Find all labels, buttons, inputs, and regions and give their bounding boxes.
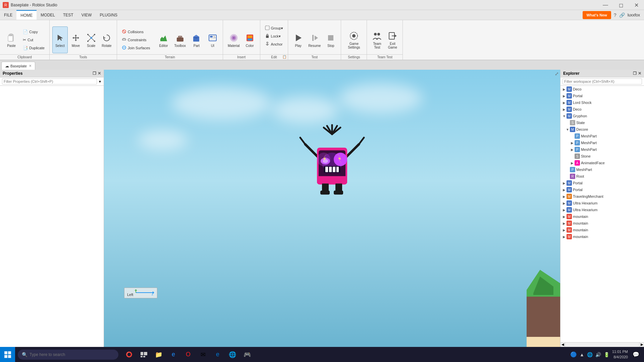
arrow-lord-shock[interactable]: ▶ — [562, 101, 567, 105]
explorer-item-meshpart1[interactable]: P MeshPart — [560, 133, 644, 139]
taskbar-cortana[interactable]: ⭕ — [122, 348, 136, 361]
anchor-button[interactable]: Anchor — [263, 41, 285, 48]
resume-button[interactable]: Resume — [306, 26, 323, 53]
properties-close-icon[interactable]: ✕ — [98, 71, 101, 76]
close-button[interactable]: ✕ — [629, 0, 644, 10]
properties-dropdown-arrow[interactable]: ▼ — [98, 80, 102, 83]
explorer-item-ultra-hex2[interactable]: ▶ M Ultra Hexarium — [560, 206, 644, 213]
play-button[interactable]: Play — [291, 26, 306, 53]
arrow-mountain3[interactable]: ▶ — [562, 228, 567, 232]
explorer-item-mountain3[interactable]: ▶ M mountain — [560, 227, 644, 233]
arrow-state[interactable] — [565, 121, 570, 125]
scroll-left-icon[interactable]: ◀ — [560, 343, 565, 347]
taskbar-notification-icon[interactable]: 💬 — [631, 349, 641, 360]
lock-button[interactable]: Lock ▾ — [263, 33, 285, 40]
properties-controls[interactable]: ❐ ✕ — [93, 71, 101, 76]
arrow-stone[interactable] — [570, 155, 575, 158]
group-button[interactable]: Group ▾ — [263, 24, 285, 32]
taskbar-mail[interactable]: ✉ — [196, 348, 210, 361]
viewport-maximize-button[interactable]: ⤢ — [555, 71, 559, 76]
taskbar-show-hidden-icon[interactable]: ▲ — [580, 352, 584, 357]
explorer-item-deco1[interactable]: ▶ M Deco — [560, 86, 644, 93]
properties-undock-icon[interactable]: ❐ — [93, 71, 96, 76]
arrow-meshpart4[interactable] — [565, 168, 570, 172]
share-icon[interactable]: 🔗 — [619, 12, 625, 18]
duplicate-button[interactable]: 📑 Duplicate — [21, 44, 47, 52]
tab-close-button[interactable]: ✕ — [29, 64, 32, 68]
maximize-button[interactable]: ◻ — [613, 0, 629, 10]
part-button[interactable]: Part — [189, 26, 204, 53]
game-settings-button[interactable]: GameSettings — [344, 26, 364, 53]
explorer-item-traveling-merchant[interactable]: ▶ M TravelingMerchant — [560, 193, 644, 200]
arrow-ultra-hex1[interactable]: ▶ — [562, 201, 567, 205]
explorer-item-mountain2[interactable]: ▶ M mountain — [560, 220, 644, 227]
explorer-item-state[interactable]: S State — [560, 119, 644, 126]
explorer-item-ultra-hex1[interactable]: ▶ M Ultra Hexarium — [560, 200, 644, 206]
arrow-traveling-merchant[interactable]: ▶ — [562, 195, 567, 198]
explorer-controls[interactable]: ❐ ✕ — [633, 71, 641, 76]
taskbar-search-bar[interactable]: 🔍 — [18, 350, 118, 360]
taskbar-search-input[interactable] — [30, 352, 114, 357]
arrow-mountain2[interactable]: ▶ — [562, 222, 567, 225]
arrow-ultra-hex2[interactable]: ▶ — [562, 208, 567, 212]
explorer-item-stone[interactable]: S Stone — [560, 153, 644, 160]
help-icon[interactable]: ? — [614, 12, 616, 18]
explorer-item-meshpart2[interactable]: ▶ P MeshPart — [560, 139, 644, 146]
rotate-button[interactable]: Rotate — [99, 26, 114, 53]
explorer-item-portal1[interactable]: ▶ M Portal — [560, 93, 644, 99]
properties-filter-input[interactable] — [2, 78, 97, 84]
explorer-item-mountain4[interactable]: ▶ M mountain — [560, 233, 644, 240]
taskbar-sound-icon[interactable]: 🔊 — [595, 352, 601, 357]
scale-button[interactable]: Scale — [84, 26, 99, 53]
start-button[interactable] — [0, 347, 15, 362]
window-controls[interactable]: — ◻ ✕ — [598, 0, 644, 10]
taskbar-chrome[interactable]: 🌐 — [226, 348, 239, 361]
taskbar-edge[interactable]: e — [211, 348, 224, 361]
arrow-deco2[interactable]: ▶ — [562, 108, 567, 111]
editor-button[interactable]: Editor — [156, 26, 171, 53]
color-button[interactable]: Color — [243, 26, 257, 53]
taskbar-support-icon[interactable]: 🔵 — [570, 351, 577, 358]
explorer-item-portal2[interactable]: ▶ M Portal — [560, 180, 644, 186]
minimize-button[interactable]: — — [598, 0, 613, 10]
explorer-item-decore[interactable]: ▼ M Decore — [560, 126, 644, 133]
ui-button[interactable]: UI — [205, 26, 220, 53]
taskbar-ie[interactable]: e — [167, 348, 180, 361]
explorer-undock-icon[interactable]: ❐ — [633, 71, 637, 76]
menu-model[interactable]: MODEL — [37, 10, 59, 20]
viewport[interactable]: Left Z ⤢ — [104, 70, 560, 347]
taskbar-task-view[interactable] — [137, 348, 151, 361]
arrow-mountain1[interactable]: ▶ — [562, 215, 567, 219]
explorer-item-meshpart3[interactable]: ▶ P MeshPart — [560, 146, 644, 153]
join-surfaces-button[interactable]: Join Surfaces — [120, 44, 152, 52]
arrow-decore[interactable]: ▼ — [565, 128, 570, 131]
arrow-portal2[interactable]: ▶ — [562, 181, 567, 185]
explorer-item-mountain1[interactable]: ▶ M mountain — [560, 213, 644, 220]
team-test-button[interactable]: TeamTest — [370, 26, 384, 53]
arrow-meshpart1[interactable] — [570, 134, 575, 138]
whats-new-button[interactable]: What's New — [583, 11, 611, 19]
explorer-item-gryphon[interactable]: ▼ M Gryphon — [560, 113, 644, 119]
arrow-portal1[interactable]: ▶ — [562, 94, 567, 98]
stop-button[interactable]: Stop — [323, 26, 338, 53]
material-button[interactable]: Material — [226, 26, 242, 53]
explorer-filter-input[interactable] — [562, 78, 642, 84]
arrow-animatedface[interactable]: ▶ — [570, 161, 575, 165]
exit-game-button[interactable]: ExitGame — [385, 26, 400, 53]
explorer-item-meshpart4[interactable]: P MeshPart — [560, 166, 644, 173]
cut-button[interactable]: ✂ Cut — [21, 36, 47, 44]
explorer-item-animatedface[interactable]: ▶ A AnimatedFace — [560, 160, 644, 166]
tab-baseplate[interactable]: ☁ Baseplate ✕ — [1, 62, 35, 70]
select-button[interactable]: Select — [52, 26, 68, 53]
menu-file[interactable]: FILE — [0, 10, 16, 20]
explorer-close-icon[interactable]: ✕ — [638, 71, 641, 76]
arrow-portal3[interactable]: ▶ — [562, 188, 567, 192]
taskbar-opera[interactable]: O — [181, 348, 195, 361]
explorer-item-lord-shock[interactable]: ▶ M Lord Shock — [560, 99, 644, 106]
menu-home[interactable]: HOME — [16, 10, 37, 20]
explorer-item-root[interactable]: R Root — [560, 173, 644, 180]
taskbar-roblox[interactable]: 🎮 — [240, 348, 254, 361]
arrow-mountain4[interactable]: ▶ — [562, 235, 567, 239]
arrow-deco1[interactable]: ▶ — [562, 87, 567, 91]
taskbar-network-icon[interactable]: 🌐 — [587, 352, 593, 357]
